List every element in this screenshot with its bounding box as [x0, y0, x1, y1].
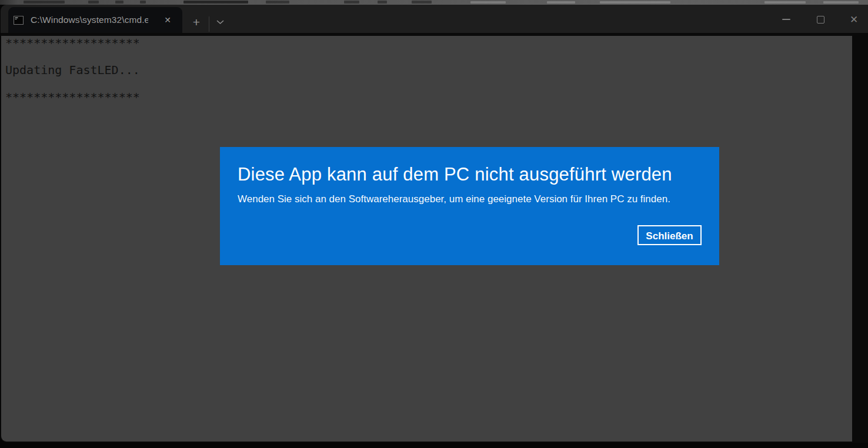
toolbar-smudge	[764, 1, 806, 4]
tab-close-icon[interactable]: ✕	[159, 7, 176, 33]
toolbar-smudge	[115, 1, 123, 4]
console-line: *******************	[5, 90, 140, 104]
background-app-sliver	[0, 0, 868, 5]
toolbar-smudge	[378, 1, 387, 4]
titlebar[interactable]: C:\Windows\system32\cmd.exe ✕ + ✕	[1, 5, 868, 33]
toolbar-smudge	[344, 1, 359, 4]
new-tab-button[interactable]: +	[186, 12, 207, 33]
dialog-message: Wenden Sie sich an den Softwareherausgeb…	[238, 192, 707, 206]
console-line: *******************	[5, 36, 140, 50]
minimize-button[interactable]	[773, 8, 799, 31]
screen: C:\Windows\system32\cmd.exe ✕ + ✕ ******…	[0, 0, 868, 448]
toolbar-smudge	[24, 1, 65, 4]
dialog-title: Diese App kann auf dem PC nicht ausgefüh…	[238, 163, 707, 186]
cmd-icon	[14, 16, 24, 25]
toolbar-smudge	[183, 1, 248, 4]
toolbar-smudge	[140, 1, 146, 4]
maximize-button[interactable]	[807, 8, 833, 31]
tab-cmd[interactable]: C:\Windows\system32\cmd.exe ✕	[8, 7, 182, 33]
window-close-button[interactable]: ✕	[841, 8, 867, 31]
toolbar-smudge	[823, 1, 859, 4]
toolbar-smudge	[600, 1, 670, 4]
minimize-icon	[782, 19, 790, 20]
toolbar-smudge	[470, 1, 506, 4]
toolbar-smudge	[266, 1, 289, 4]
tab-title: C:\Windows\system32\cmd.exe	[31, 15, 148, 25]
chevron-down-icon[interactable]	[209, 12, 231, 33]
console-output: ******************* Updating FastLED... …	[5, 36, 140, 104]
close-dialog-button[interactable]: Schließen	[637, 225, 702, 245]
maximize-icon	[817, 16, 824, 24]
toolbar-smudge	[547, 1, 575, 4]
smartscreen-dialog: Diese App kann auf dem PC nicht ausgefüh…	[220, 147, 719, 265]
console-line: Updating FastLED...	[5, 63, 140, 77]
toolbar-smudge	[88, 1, 99, 4]
toolbar-smudge	[412, 1, 432, 4]
